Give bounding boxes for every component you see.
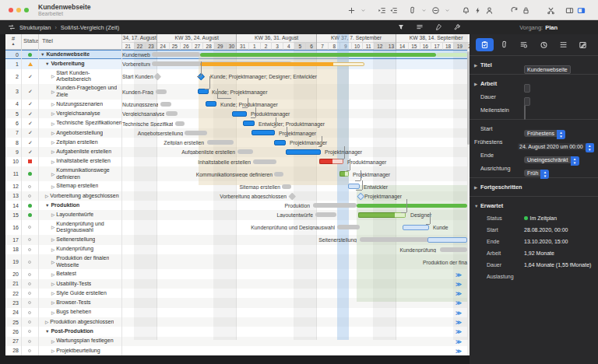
continuation-arrow-icon[interactable]: ≫ bbox=[456, 338, 462, 345]
ausrichtung-popup[interactable]: Früh▲▼ bbox=[524, 170, 549, 177]
indent-icon[interactable] bbox=[376, 4, 388, 16]
baseline-bar[interactable] bbox=[315, 212, 336, 217]
task-row[interactable]: 13▷Vorbereitung abgeschlossenVorbereitun… bbox=[5, 191, 470, 201]
titel-field[interactable]: Kundenwebseite bbox=[524, 65, 571, 74]
chev-icon[interactable] bbox=[441, 4, 453, 16]
task-row[interactable]: 15▷LayoutentwürfeLayoutentwürfeDesigner bbox=[5, 210, 470, 219]
inspector-tab-link[interactable] bbox=[495, 38, 513, 51]
baseline-bar[interactable] bbox=[207, 140, 234, 145]
leaf-disclosure-icon[interactable]: ▷ bbox=[51, 212, 55, 217]
leaf-disclosure-icon[interactable]: ▷ bbox=[51, 172, 55, 177]
person-icon[interactable] bbox=[484, 4, 495, 16]
task-row[interactable]: 2✓▷Start Kunden-ArbeitsbereichStart Kund… bbox=[5, 69, 470, 85]
inspector-section-fortgeschritten[interactable]: ▶ Fortgeschritten bbox=[470, 180, 598, 194]
bell-icon[interactable] bbox=[460, 4, 472, 16]
continuation-arrow-icon[interactable]: ≫ bbox=[456, 347, 462, 354]
inspector-tab-edit[interactable] bbox=[574, 38, 592, 51]
baseline-bar[interactable] bbox=[274, 172, 283, 177]
task-row[interactable]: 16▷Kundenprüfung undDesignauswahlKundenp… bbox=[5, 220, 470, 236]
baseline-bar[interactable] bbox=[440, 247, 467, 252]
close-window-button[interactable] bbox=[9, 8, 13, 12]
inspector-section-erwartet[interactable]: ▼ Erwartet bbox=[470, 199, 598, 212]
leaf-disclosure-icon[interactable]: ▷ bbox=[51, 272, 55, 277]
clip-icon[interactable] bbox=[406, 4, 418, 16]
leaf-disclosure-icon[interactable]: ▷ bbox=[51, 111, 55, 116]
leaf-disclosure-icon[interactable]: ▷ bbox=[51, 140, 55, 145]
leaf-disclosure-icon[interactable]: ▷ bbox=[45, 194, 48, 198]
gantt-bar[interactable] bbox=[403, 225, 429, 230]
format-icon[interactable] bbox=[416, 23, 424, 31]
gantt-bar[interactable] bbox=[274, 140, 286, 145]
milestone-diamond[interactable] bbox=[198, 73, 205, 80]
gantt-bar[interactable] bbox=[358, 212, 395, 218]
leaf-disclosure-icon[interactable]: ▷ bbox=[51, 310, 55, 315]
gantt-bar[interactable] bbox=[395, 212, 406, 218]
task-row[interactable]: 26▼Post-Produktion≫ bbox=[5, 327, 470, 336]
column-header-title[interactable]: Titel bbox=[39, 34, 122, 50]
baseline-bar[interactable] bbox=[175, 121, 185, 126]
summary-bar[interactable] bbox=[200, 62, 333, 66]
dauer-field[interactable] bbox=[524, 97, 530, 106]
continuation-arrow-icon[interactable]: ≫ bbox=[456, 299, 462, 306]
baseline-bar[interactable] bbox=[166, 111, 178, 116]
leaf-disclosure-icon[interactable]: ▷ bbox=[51, 237, 55, 242]
task-row[interactable]: 11▷KommunikationswegedefinierenKommunika… bbox=[5, 166, 470, 182]
leaf-disclosure-icon[interactable]: ▷ bbox=[51, 121, 55, 126]
baseline-bar[interactable] bbox=[237, 149, 253, 154]
brush-icon[interactable] bbox=[434, 23, 442, 31]
panel-active-icon[interactable] bbox=[575, 4, 587, 16]
minus-icon[interactable] bbox=[430, 4, 441, 16]
leaf-disclosure-icon[interactable]: ▷ bbox=[45, 320, 48, 324]
task-row[interactable]: 6✓▷Technische SpezifikationenTechnische … bbox=[5, 118, 470, 128]
start-popup[interactable]: Frühestens▲▼ bbox=[524, 130, 565, 137]
meilenstein-checkbox[interactable] bbox=[524, 105, 526, 120]
leaf-disclosure-icon[interactable]: ▷ bbox=[51, 348, 55, 353]
continuation-arrow-icon[interactable]: ≫ bbox=[456, 319, 462, 326]
leaf-disclosure-icon[interactable]: ▷ bbox=[51, 159, 55, 164]
task-row[interactable]: 14▼ProduktionProduktion bbox=[5, 201, 470, 210]
disclosure-icon[interactable]: ▶ bbox=[474, 82, 480, 86]
leaf-disclosure-icon[interactable]: ▷ bbox=[51, 339, 55, 344]
leaf-disclosure-icon[interactable]: ▷ bbox=[51, 260, 55, 264]
task-row[interactable]: 0▼KundenwebseiteKundenwebseite bbox=[5, 50, 470, 59]
task-row[interactable]: 12▷Sitemap erstellenSitemap erstellenEnt… bbox=[5, 181, 470, 191]
gantt-bar[interactable] bbox=[286, 149, 321, 155]
task-row[interactable]: 3✓▷Kunden-Fragebogen undZieleKunden-Frag… bbox=[5, 84, 470, 100]
chev-icon[interactable] bbox=[357, 4, 369, 16]
task-row[interactable]: 9✓▷Aufgabenliste erstellenAufgabenliste … bbox=[5, 147, 470, 156]
wrench-icon[interactable] bbox=[453, 23, 461, 31]
gantt-bar[interactable] bbox=[243, 121, 255, 126]
leaf-disclosure-icon[interactable]: ▷ bbox=[51, 149, 55, 154]
leaf-disclosure-icon[interactable]: ▷ bbox=[51, 74, 55, 79]
breadcrumb-mode[interactable]: Soll/Ist-Vergleich (Zeit) bbox=[61, 24, 119, 31]
task-row[interactable]: 7✓▷AngebotserstellungAngebotserstellungP… bbox=[5, 128, 470, 138]
task-row[interactable]: 24▷Bugs beheben≫ bbox=[5, 308, 470, 317]
column-header-number[interactable]: # ▲ bbox=[5, 34, 22, 50]
baseline-bar[interactable] bbox=[160, 102, 171, 107]
task-row[interactable]: 28▷Projektbeurteilung≫ bbox=[5, 346, 470, 355]
zoom-window-button[interactable] bbox=[24, 8, 29, 12]
leaf-disclosure-icon[interactable]: ▷ bbox=[51, 184, 55, 189]
minimize-window-button[interactable] bbox=[16, 8, 21, 12]
gantt-bar[interactable] bbox=[198, 89, 209, 94]
gantt-bar[interactable] bbox=[232, 111, 247, 117]
gantt-bar[interactable] bbox=[345, 171, 349, 177]
baseline-bar[interactable] bbox=[282, 184, 291, 189]
ende-popup[interactable]: Uneingeschränkt▲▼ bbox=[524, 156, 579, 163]
task-row[interactable]: 8✓▷Zeitplan erstellenZeitplan erstellenP… bbox=[5, 138, 470, 147]
task-row[interactable]: 10▷Inhaltstabelle erstellenInhaltstabell… bbox=[5, 157, 470, 166]
baseline-milestone[interactable] bbox=[154, 73, 161, 80]
outdent-icon[interactable] bbox=[388, 4, 399, 16]
continuation-arrow-icon[interactable]: ≫ bbox=[456, 271, 462, 278]
task-row[interactable]: 4✓▷NutzungsszenarienNutzungsszenarienKun… bbox=[5, 100, 470, 109]
baseline-bar[interactable] bbox=[152, 52, 200, 57]
collapse-icon[interactable]: ▼ bbox=[45, 329, 49, 334]
funnel-icon[interactable] bbox=[397, 23, 405, 31]
task-row[interactable]: 22▷Style Guide erstellen≫ bbox=[5, 289, 470, 298]
task-row[interactable]: 18▷KundenprüfungKundenprüfung bbox=[5, 245, 470, 254]
add-icon[interactable] bbox=[346, 4, 357, 16]
lock-icon[interactable] bbox=[520, 4, 532, 16]
summary-bar[interactable] bbox=[333, 62, 364, 66]
gantt-bar[interactable] bbox=[332, 159, 343, 164]
baseline-bar[interactable] bbox=[253, 159, 276, 164]
